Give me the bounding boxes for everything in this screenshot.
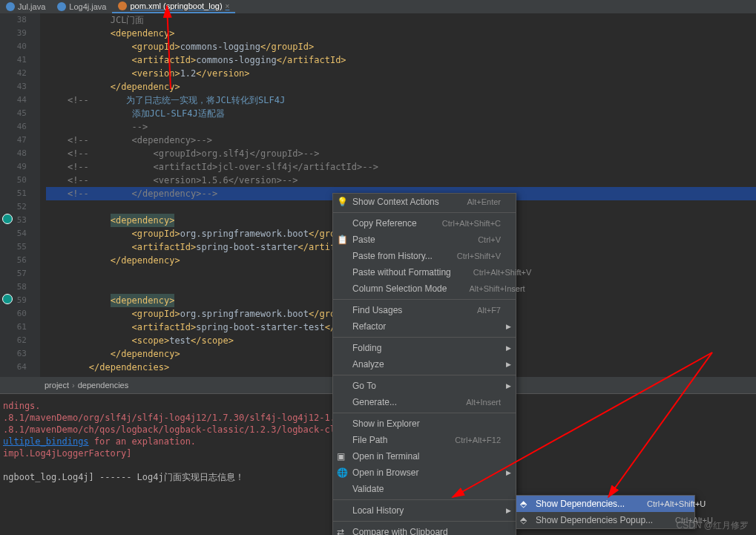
editor-tab[interactable]: pom.xml (springboot_log)× [112,0,235,13]
menu-item-label: File Path [352,435,387,445]
menu-item[interactable]: Go To▶ [333,378,516,394]
menu-item[interactable]: ⬘Show Dependencies Popup...Ctrl+Alt+U [516,512,694,528]
menu-item-icon: 💡 [337,197,348,207]
menu-item-label: Paste [352,234,375,245]
menu-item[interactable]: Paste without FormattingCtrl+Alt+Shift+V [333,264,516,280]
menu-shortcut: Alt+Enter [467,197,501,206]
menu-shortcut: Ctrl+Alt+Shift+V [473,268,532,277]
menu-item-icon: 📋 [337,234,348,245]
menu-item[interactable]: Analyze▶ [333,356,516,372]
menu-item-label: Copy Reference [352,218,417,229]
menu-item-icon: 🌐 [337,467,348,478]
menu-item[interactable]: ⬘Show Dependencies...Ctrl+Alt+Shift+U [516,496,694,512]
code-line[interactable]: <!-- <groupId>org.slf4j</groupId>--> [46,147,756,160]
menu-item-label: Folding [352,343,381,353]
menu-item[interactable]: Generate...Alt+Insert [333,394,516,410]
submenu-arrow-icon: ▶ [506,361,511,368]
menu-separator [333,499,516,500]
menu-item-label: Go To [352,381,376,391]
menu-item[interactable]: 🌐Open in Browser▶ [333,465,516,481]
menu-item-icon: ▣ [337,451,345,462]
menu-item-icon: ⬘ [520,515,527,525]
menu-item-icon: ⬘ [520,499,527,509]
code-line[interactable]: JCL门面 [46,13,756,27]
menu-item[interactable]: Find UsagesAlt+F7 [333,302,516,318]
tab-label: Log4j.java [69,2,106,11]
menu-shortcut: Ctrl+Alt+Shift+C [442,219,501,228]
menu-item-label: Show in Explorer [352,419,420,429]
submenu-arrow-icon: ▶ [506,323,511,330]
code-line[interactable]: <!-- <dependency>--> [46,134,756,147]
menu-item-label: Show Dependencies... [536,499,625,509]
editor-tab[interactable]: Jul.java [0,0,51,13]
java-icon [6,2,15,11]
menu-item[interactable]: Column Selection ModeAlt+Shift+Insert [333,280,516,297]
code-line[interactable]: <version>1.2</version> [46,67,756,80]
tab-label: pom.xml (springboot_log) [130,1,222,10]
code-line[interactable]: <dependency> [46,27,756,40]
menu-item-label: Open in Browser [352,467,418,478]
menu-item-label: Paste without Formatting [352,267,451,278]
menu-shortcut: Alt+Insert [466,398,501,407]
menu-separator [333,212,516,213]
menu-item-label: Open in Terminal [352,451,420,462]
menu-separator [333,375,516,375]
java-icon [57,2,66,11]
submenu-arrow-icon: ▶ [506,382,511,390]
menu-item[interactable]: File PathCtrl+Alt+F12 [333,432,516,448]
breadcrumb-item[interactable]: dependencies [78,381,129,390]
submenu-arrow-icon: ▶ [506,344,511,352]
menu-shortcut: Alt+F7 [477,306,501,315]
menu-item-label: Find Usages [352,305,402,315]
code-line[interactable]: --> [46,120,756,134]
diagrams-submenu: ⬘Show Dependencies...Ctrl+Alt+Shift+U⬘Sh… [516,495,695,529]
menu-separator [333,337,516,338]
breadcrumb-item[interactable]: project [45,381,69,390]
code-line[interactable]: <artifactId>commons-logging</artifactId> [46,53,756,67]
gutter-mark-icon[interactable] [2,214,13,224]
submenu-arrow-icon: ▶ [506,469,511,476]
menu-item[interactable]: 💡Show Context ActionsAlt+Enter [333,194,516,210]
menu-item[interactable]: Show in Explorer [333,416,516,432]
menu-item-label: Validate [352,484,384,494]
menu-item[interactable]: Copy ReferenceCtrl+Alt+Shift+C [333,215,516,232]
menu-item[interactable]: ▣Open in Terminal [333,448,516,465]
editor-tabs: Jul.javaLog4j.javapom.xml (springboot_lo… [0,0,756,13]
menu-item[interactable]: Refactor▶ [333,318,516,335]
menu-item-label: Column Selection Mode [352,283,447,294]
menu-item-icon: ⇄ [337,527,344,535]
watermark: CSDN @红月修罗 [676,519,749,532]
code-line[interactable]: <!-- <version>1.5.6</version>--> [46,174,756,187]
submenu-arrow-icon: ▶ [506,507,511,514]
menu-item-label: Paste from History... [352,251,433,261]
menu-item[interactable]: Folding▶ [333,340,516,356]
menu-shortcut: Ctrl+Alt+F12 [455,436,501,444]
breadcrumb-separator: › [72,381,75,390]
menu-item[interactable]: Local History▶ [333,502,516,519]
code-line[interactable]: <!-- <artifactId>jcl-over-slf4j</artifac… [46,160,756,174]
menu-shortcut: Ctrl+Alt+Shift+U [647,499,706,508]
menu-shortcut: Alt+Shift+Insert [469,284,525,293]
menu-separator [333,521,516,522]
gutter-mark-icon[interactable] [2,294,13,304]
tab-label: Jul.java [18,2,45,11]
menu-item-label: Show Context Actions [352,197,439,207]
menu-item[interactable]: 📋PasteCtrl+V [333,232,516,248]
menu-item[interactable]: Validate [333,481,516,497]
menu-shortcut: Ctrl+Shift+V [457,252,501,260]
menu-item-label: Analyze [352,359,384,370]
close-icon[interactable]: × [226,2,230,10]
menu-item[interactable]: ⇄Compare with Clipboard [333,524,516,535]
menu-item-label: Show Dependencies Popup... [536,515,653,525]
code-line[interactable]: <groupId>commons-logging</groupId> [46,40,756,53]
code-line[interactable]: </dependency> [46,80,756,93]
menu-item-label: Generate... [352,397,397,407]
line-gutter: 3839404142434445464748495051525354555657… [0,13,40,377]
xml-icon [118,1,127,10]
code-line[interactable]: 添加JCL-SLF4J适配器 [46,107,756,120]
menu-separator [333,299,516,300]
menu-item-label: Compare with Clipboard [352,527,448,535]
menu-item[interactable]: Paste from History...Ctrl+Shift+V [333,248,516,264]
code-line[interactable]: <!-- 为了日志统一实现，将JCL转化到SLF4J [46,93,756,107]
editor-tab[interactable]: Log4j.java [51,0,112,13]
